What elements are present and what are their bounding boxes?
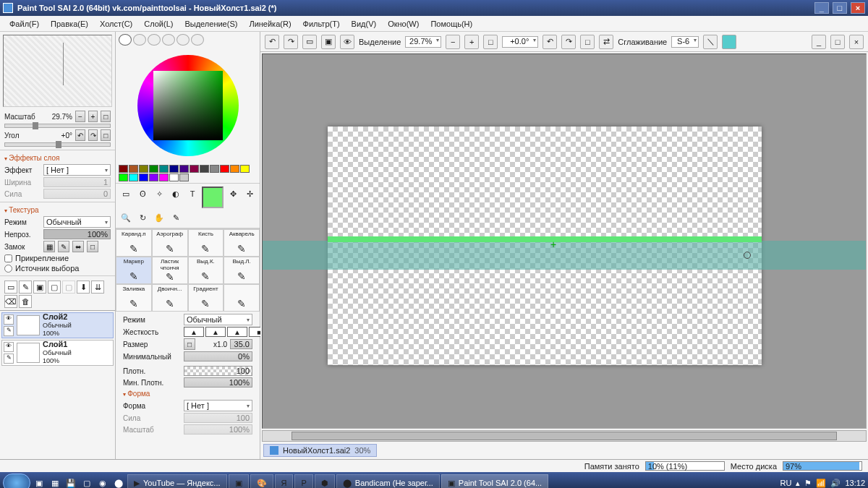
zoom-fit-tb[interactable]: □ [483,35,498,49]
select-rect-icon[interactable]: ▭ [119,187,133,201]
task-item[interactable]: P [294,474,312,488]
swatch[interactable] [129,174,138,181]
rot-reset-tb[interactable]: □ [580,35,595,49]
start-button[interactable] [3,474,30,488]
filter-icon[interactable]: ◐ [169,187,183,201]
menu-item[interactable]: Окно(W) [383,18,424,30]
panel-close-button[interactable]: × [849,35,864,49]
menu-item[interactable]: Помощь(H) [425,18,477,30]
swatch[interactable] [139,174,148,181]
new-vector-button[interactable]: ✎ [19,281,32,294]
menu-item[interactable]: Файл(F) [4,18,44,30]
swatch[interactable] [179,165,189,173]
doc-tab[interactable]: НовыйХолст1.sai230% [263,444,377,457]
layer-item[interactable]: 👁✎Слой1Обычный100% [1,340,114,366]
zoom-in-tb[interactable]: + [464,35,479,49]
zoom-icon[interactable]: 🔍 [119,210,133,225]
src-radio[interactable] [4,265,12,273]
brush-Двоичн...[interactable]: Двоичн...✎ [152,284,188,312]
merge-button[interactable]: ⬇ [77,281,90,294]
task-item[interactable]: 🎨 [250,474,273,488]
picker-icon[interactable]: ✎ [169,210,183,225]
layer-item[interactable]: 👁✎Слой2Обычный100% [1,312,114,338]
edit-icon[interactable]: ✎ [4,354,14,364]
rot-right-button[interactable]: ↷ [88,129,98,141]
tex-section[interactable]: Текстура [0,205,115,215]
angle-slider[interactable] [4,142,111,147]
rotate-icon[interactable]: ↻ [135,210,150,225]
show-sel-icon[interactable]: 👁 [340,35,354,49]
rot-reset-button[interactable]: □ [101,129,111,141]
visibility-icon[interactable]: 👁 [4,314,14,325]
maximize-button[interactable]: □ [833,2,847,14]
text-icon[interactable]: T [185,187,200,201]
swatch[interactable] [220,165,229,173]
viewport[interactable]: + [262,53,867,429]
lock-move-button[interactable]: ⬌ [72,241,84,252]
swatch[interactable] [169,174,179,181]
task-item[interactable]: Я [275,474,294,488]
lock-all-button[interactable]: □ [87,241,98,252]
mixer-tab[interactable] [162,34,175,46]
undo-button[interactable]: ↶ [265,35,279,49]
rot-field[interactable]: +0.0° [502,36,538,48]
stabilizer-icon[interactable]: ＼ [703,35,718,49]
size-slider[interactable]: 35.0 [230,339,252,349]
hsv-tab[interactable] [148,34,161,46]
tray-up-icon[interactable]: ▴ [796,479,800,488]
brush-Кисть[interactable]: Кисть✎ [188,229,224,257]
shape-section[interactable]: Форма [119,388,257,399]
swatch[interactable] [200,165,209,173]
new-layer-button[interactable]: ▭ [4,281,17,294]
menu-item[interactable]: Фильтр(T) [298,18,345,30]
flip-h-button[interactable]: ⇄ [599,35,613,49]
swatch[interactable] [119,174,128,181]
swatch[interactable] [119,165,128,173]
brush-Акварель[interactable]: Акварель✎ [224,229,260,257]
rot-left-button[interactable]: ↶ [75,129,85,141]
menu-item[interactable]: Холст(C) [95,18,137,30]
swatch[interactable] [149,165,158,173]
tray-vol-icon[interactable]: 🔊 [830,479,841,488]
pin-checkbox[interactable] [4,254,12,262]
task-item[interactable]: ▶YouTube — Яндекс... [127,474,227,488]
panel-min-button[interactable]: _ [812,35,826,49]
bp-mode-select[interactable]: Обычный [184,314,252,325]
brush-Выд.К.[interactable]: Выд.К.✎ [188,257,224,284]
swatch[interactable] [129,165,138,173]
mask-button[interactable]: ▢ [48,281,61,294]
brush-[interactable]: ✎ [224,284,260,312]
brush-Заливка[interactable]: Заливка✎ [116,284,152,312]
deselect-button[interactable]: ▭ [302,35,317,49]
tray-net-icon[interactable]: 📶 [816,479,826,488]
ql-app-icon[interactable]: ▢ [80,476,94,488]
brush-Выд.Л.[interactable]: Выд.Л.✎ [224,257,260,284]
ql-media-icon[interactable]: ◉ [95,476,110,488]
smooth-field[interactable]: S-6 [671,36,699,48]
menu-item[interactable]: Слой(L) [139,18,178,30]
task-item[interactable]: ▣ [229,474,249,488]
lasso-icon[interactable]: ʘ [135,187,150,201]
swatch[interactable] [179,174,189,181]
menu-item[interactable]: Вид(V) [346,18,382,30]
redo-button[interactable]: ↷ [284,35,298,49]
size-toggle[interactable]: □ [184,338,195,350]
swatch[interactable] [139,165,148,173]
menu-item[interactable]: Правка(E) [46,18,93,30]
brush-Каранд.п[interactable]: Каранд.п✎ [116,229,152,257]
ql-save-icon[interactable]: 💾 [64,476,78,488]
brush-Градиент[interactable]: Градиент✎ [188,284,224,312]
edit-icon[interactable]: ✎ [4,326,14,336]
task-item[interactable]: ⬢ [315,474,335,488]
flatten-button[interactable]: ⇊ [91,281,104,294]
swatch[interactable] [159,174,169,181]
tool-preset-icon[interactable] [722,35,736,49]
panel-max-button[interactable]: □ [830,35,845,49]
move-icon[interactable]: ✢ [242,187,257,201]
task-item[interactable]: ▣Paint Tool SAI 2.0 (64... [441,474,548,488]
lock-alpha-button[interactable]: ▦ [43,241,55,252]
wheel-tab[interactable] [119,34,132,46]
hand-icon[interactable]: ✋ [152,210,166,225]
tex-mode-select[interactable]: Обычный [43,216,111,228]
brush-Ластик чпончя[interactable]: Ластик чпончя✎ [152,257,188,284]
